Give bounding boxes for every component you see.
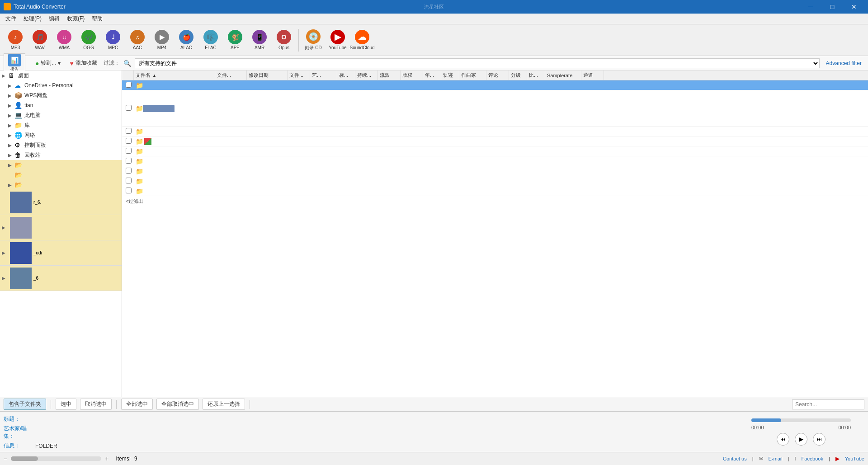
select-all-btn[interactable]: 全部选中 [121,399,153,410]
minimize-button[interactable]: ─ [800,0,821,14]
col-header-year[interactable]: 年... [423,70,441,80]
email-link[interactable]: E-mail [769,456,783,461]
search-input[interactable] [792,399,864,409]
tree-item-network[interactable]: ▶ 🌐 网络 [0,130,122,140]
deselect-all-btn[interactable]: 全部取消选中 [156,399,199,410]
col-header-tag[interactable]: 标... [337,70,355,80]
tree-item-folder1[interactable]: ▶ 📂 [0,160,122,170]
tree-item-pc[interactable]: ▶ 💻 此电脑 [0,110,122,120]
tree-item-onedrive[interactable]: ▶ ☁ OneDrive - Personal [0,80,122,90]
table-row[interactable]: 📁 [122,136,868,146]
horizontal-scrollbar[interactable] [11,456,101,461]
alac-button[interactable]: 🍎 ALAC [175,26,198,54]
tree-item-tian[interactable]: ▶ 👤 tian [0,100,122,110]
tree-item-thumb3[interactable]: ▶ _udi [0,240,122,266]
col-header-duration[interactable]: 持续... [355,70,378,80]
tree-item-folder3[interactable]: ▶ 📂 [0,180,122,190]
tree-item-thumb2[interactable]: ▶ [0,215,122,240]
amr-button[interactable]: 📱 AMR [248,26,271,54]
burncd-button[interactable]: 💿 刻录 CD [302,26,325,54]
row5-checkbox[interactable] [126,148,132,154]
flac-button[interactable]: 🎼 FLAC [199,26,222,54]
tree-item-thumb1[interactable]: r_6. [0,190,122,215]
col-header-filetype[interactable]: 文件... [288,70,310,80]
menu-edit[interactable]: 编辑 [45,14,63,23]
col-header-rights[interactable]: 版权 [401,70,423,80]
menu-file[interactable]: 文件 [2,14,20,23]
folder-icon-r6: 📁 [136,158,143,165]
row6-checkbox[interactable] [126,158,132,164]
row1-checkbox[interactable] [126,82,132,88]
tree-item-folder2[interactable]: 📂 [0,170,122,180]
mpc-button[interactable]: ♩ MPC [101,26,125,54]
menu-favorites[interactable]: 收藏(F) [63,14,88,23]
col-header-artist[interactable]: 艺... [310,70,337,80]
maximize-button[interactable]: □ [822,0,843,14]
tree-item-wps[interactable]: ▶ 📦 WPS网盘 [0,90,122,100]
prev-button[interactable]: ⏮ [777,433,789,446]
row9-checkbox[interactable] [126,188,132,193]
player-progress[interactable] [751,418,851,422]
thumb3-image [10,242,32,264]
tree-item-library[interactable]: ▶ 📁 库 [0,120,122,130]
menu-help[interactable]: 帮助 [88,14,106,23]
wma-button[interactable]: ♫ WMA [52,26,76,54]
facebook-link[interactable]: Facebook [802,456,823,461]
col-header-filesize[interactable]: 文件... [215,70,247,80]
tree-item-desktop[interactable]: ▶ 🖥 桌面 [0,70,122,80]
include-subfolder-btn[interactable]: 包含子文件夹 [4,399,46,410]
aac-button[interactable]: ♬ AAC [126,26,149,54]
col-header-name[interactable]: 文件名 ▲ [134,70,215,80]
report-button[interactable]: 📊 报告 [4,53,25,73]
col-header-genre[interactable]: 流派 [378,70,401,80]
next-button[interactable]: ⏭ [813,433,826,446]
youtube-link[interactable]: YouTube [845,456,864,461]
favorites-button[interactable]: ♥ 添加收藏 [67,58,99,68]
table-row[interactable]: 📁 [122,176,868,186]
tree-item-control[interactable]: ▶ ⚙ 控制面板 [0,140,122,150]
ape-button[interactable]: 🐒 APE [223,26,247,54]
wav-button[interactable]: 🎵 WAV [28,26,52,54]
contact-us-link[interactable]: Contact us [723,456,747,461]
table-row[interactable]: 📁 [122,80,868,90]
col-header-samplerate[interactable]: Samplerate [545,70,581,80]
col-header-rating[interactable]: 分级 [509,70,527,80]
col-header-bitrate[interactable]: 比... [527,70,545,80]
ogg-button[interactable]: 🎶 OGG [77,26,100,54]
table-row[interactable]: 📁 [122,186,868,196]
soundcloud-button[interactable]: ☁ SoundCloud [350,26,374,54]
mp4-button[interactable]: ▶ MP4 [150,26,174,54]
mp3-button[interactable]: ♪ MP3 [4,26,27,54]
filter-select[interactable]: 所有支持的文件 [135,58,820,68]
table-row[interactable]: 📁 [122,127,868,136]
table-row[interactable]: 📁 • [122,90,868,127]
table-row[interactable]: 📁 [122,166,868,176]
col-header-modified[interactable]: 修改日期 [247,70,288,80]
convert-button[interactable]: ● 转到... ▾ [33,58,63,68]
row4-checkbox[interactable] [126,138,132,144]
restore-btn[interactable]: 还原上一选择 [203,399,245,410]
tree-item-thumb4[interactable]: ▶ _6 [0,266,122,291]
col-header-channel[interactable]: 通道 [581,70,604,80]
select-btn[interactable]: 选中 [56,399,76,410]
table-row[interactable]: 📁 [122,146,868,156]
deselect-btn[interactable]: 取消选中 [80,399,112,410]
advanced-filter-button[interactable]: Advanced filter [823,59,864,67]
opus-button[interactable]: O Opus [272,26,296,54]
row7-checkbox[interactable] [126,168,132,174]
play-button[interactable]: ▶ [795,433,807,446]
close-button[interactable]: ✕ [844,0,864,14]
col-header-comment[interactable]: 评论 [486,70,509,80]
zoom-plus-btn[interactable]: + [105,455,108,462]
col-header-composer[interactable]: 作曲家 [459,70,486,80]
tree-item-recycle[interactable]: ▶ 🗑 回收站 [0,150,122,160]
col-header-track[interactable]: 轨迹 [441,70,459,80]
youtube-button[interactable]: ▶ YouTube [326,26,349,54]
col-header-check[interactable] [124,70,134,80]
row2-checkbox[interactable] [126,105,132,111]
zoom-minus-btn[interactable]: − [4,455,7,462]
row8-checkbox[interactable] [126,178,132,183]
row3-checkbox[interactable] [126,128,132,134]
menu-process[interactable]: 处理(P) [20,14,45,23]
table-row[interactable]: 📁 [122,156,868,166]
